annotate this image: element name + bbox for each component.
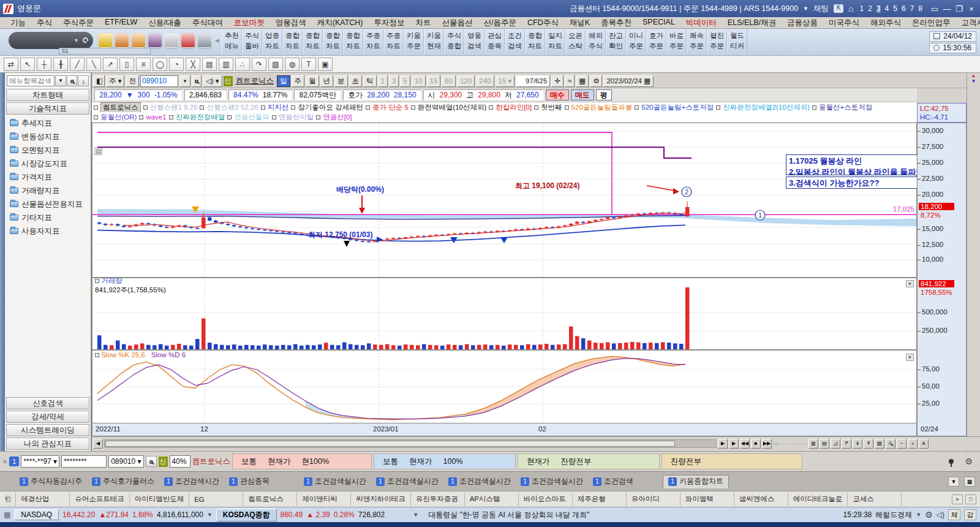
tab-주식호가플러스[interactable]: 1주식호가플러스 [87, 475, 159, 488]
period-button-년[interactable]: 년 [320, 75, 334, 87]
sidebar-item-모멘텀지표[interactable]: 모멘텀지표 [5, 143, 91, 157]
menu-search-input[interactable] [7, 75, 55, 86]
screen-number-5[interactable]: 5 [893, 4, 897, 13]
tab-관심종목[interactable]: 1관심종목 [224, 475, 274, 488]
screen-number-1[interactable]: 1 [860, 4, 864, 13]
minute-button-15[interactable]: 15 [427, 75, 441, 87]
save-icon[interactable]: ▦ [576, 75, 589, 87]
draw-tool-icon[interactable]: ▯ [119, 58, 134, 71]
auto-icon[interactable]: A [919, 439, 929, 449]
monitor-icon[interactable]: ▭ [929, 4, 941, 13]
trend-icon[interactable]: ◿ [831, 439, 840, 449]
indicator-label[interactable]: 520골든눌림+스토저점 [641, 103, 714, 112]
sidebar-item-변동성지표[interactable]: 변동성지표 [5, 130, 91, 143]
che-button[interactable]: 체 [948, 509, 960, 520]
indicator-checkbox[interactable] [366, 105, 370, 110]
draw-tool-icon[interactable]: T [301, 58, 316, 71]
indicator-label[interactable]: 웅월선+스토저점 [819, 103, 872, 112]
toolbar-button[interactable]: 펼친 주문 [707, 29, 727, 54]
period-day-button[interactable]: 일 [277, 75, 290, 87]
watchlist-item-에이디테크놀로[interactable]: 에이디테크놀로 [788, 493, 848, 506]
menu-item[interactable]: 영웅검색 [270, 18, 312, 28]
period-button-주[interactable]: 주 [292, 75, 305, 87]
minute-combo[interactable]: 15 ▾ [496, 75, 515, 87]
copy-icon[interactable]: ⎗ [5, 495, 10, 503]
toolbar-icon-1[interactable] [115, 33, 129, 48]
chart-fullscreen-icon[interactable]: ◧ [93, 75, 105, 87]
code-search-icon[interactable] [192, 75, 202, 87]
sidebar-footer-나의 관심지표[interactable]: 나의 관심지표 [6, 438, 89, 450]
price-axis[interactable]: 30,00027,50025,00022,50020,00015,00012,5… [917, 123, 967, 436]
panel-close-icon[interactable]: × [906, 280, 914, 287]
period-button-초[interactable]: 초 [349, 75, 363, 87]
sidebar-header[interactable]: 차트형태 [6, 89, 89, 101]
toolbar-button[interactable]: 종합 차트 [303, 29, 323, 54]
chat-label[interactable]: 채팅 [813, 4, 829, 14]
order-panel-cancel[interactable]: 잔량전부 [662, 453, 802, 469]
indicator-label[interactable]: 첫번째 [541, 103, 562, 112]
toolbar-icon-6[interactable] [197, 33, 212, 48]
zoom-in-icon[interactable]: ＋ [908, 439, 918, 449]
indicator-label[interactable]: 선행스팬1 9,26 [150, 103, 198, 112]
indicator-label[interactable]: wave1 [146, 113, 166, 121]
indicator-label[interactable]: 연음선[0] [323, 113, 352, 122]
toolbar-icon-0[interactable] [98, 33, 113, 48]
indicator-checkbox[interactable] [94, 105, 98, 110]
watchlist-item-유진투자증권[interactable]: 유진투자증권 [411, 493, 465, 506]
draw-tool-icon[interactable]: ┼ [37, 58, 51, 71]
draw-tool-icon[interactable]: ╂ [53, 58, 68, 71]
compare-icon[interactable]: ≈ [565, 75, 575, 87]
menu-item[interactable]: ETF/ELW [99, 18, 143, 28]
sidebar-item-선물옵션전용지표[interactable]: 선물옵션전용지표 [5, 197, 91, 211]
search-dropdown-icon[interactable]: ▼ [55, 75, 66, 86]
toolbar-tab-s1[interactable]: S1 [59, 48, 151, 55]
tabs-list-icon[interactable]: ▦ [964, 477, 975, 487]
menu-item[interactable]: 온라인업무 [907, 18, 956, 28]
indicator-label[interactable]: 연음선돌파 [234, 113, 270, 122]
layout1-icon[interactable]: ▥ [809, 439, 818, 449]
toolbar-button[interactable]: 주종 차트 [363, 29, 383, 54]
settings-gear-icon[interactable]: ⚙ [590, 75, 602, 87]
menu-item[interactable]: 주식대여 [187, 18, 228, 28]
status-handle-icon[interactable]: ▦ [4, 510, 10, 519]
panel-handle-icon[interactable]: ▤ [94, 148, 102, 155]
toolbar-button[interactable]: 일지 차트 [545, 29, 565, 54]
watchlist-item-AP시스템[interactable]: AP시스템 [465, 493, 519, 506]
maximize-icon[interactable]: ❐ [953, 4, 965, 13]
tabs-scroll-icon[interactable]: ▼ [948, 477, 959, 487]
play-icon[interactable]: ▶ [729, 439, 739, 449]
news-source[interactable]: 헤럴드경제 [875, 510, 912, 520]
toolbar-icon-3[interactable] [148, 33, 162, 48]
indicator-checkbox[interactable] [261, 105, 265, 110]
draw-tool-icon[interactable]: ◔ [169, 58, 184, 71]
indicator-checkbox[interactable] [291, 105, 295, 110]
indicator-label[interactable]: 520골든눌림돌파봉 [571, 103, 633, 112]
capture-icon[interactable]: ▧ [875, 439, 884, 449]
news-dropdown-icon[interactable]: ▼ [413, 512, 418, 518]
toolbar-button[interactable]: 호가 주문 [646, 29, 666, 54]
menu-item[interactable]: 기능 [5, 18, 31, 28]
indicator-checkbox[interactable] [411, 105, 415, 110]
watchlist-next-icon[interactable]: > [952, 495, 963, 504]
menu-item[interactable]: CFD주식 [522, 18, 564, 28]
menu-item[interactable]: 선물옵션 [437, 18, 478, 28]
minute-button-240[interactable]: 240 [476, 75, 494, 87]
draw-tool-icon[interactable]: ╳ [186, 58, 200, 71]
search-icon[interactable] [67, 75, 78, 86]
period-button-틱[interactable]: 틱 [363, 75, 377, 87]
watchlist-item-제주은행[interactable]: 제주은행 [573, 493, 627, 506]
indicator-label[interactable]: 한칼라인[0] [496, 103, 532, 112]
menu-item[interactable]: 고객서비스 [956, 18, 980, 28]
gear-icon[interactable]: ⚙ [965, 457, 973, 466]
toolbar-button[interactable]: 종합 차트 [343, 29, 363, 54]
draw-tool-icon[interactable]: ↷ [252, 58, 266, 71]
watchlist-item-코세스[interactable]: 코세스 [848, 493, 902, 506]
pin-icon[interactable] [949, 459, 954, 464]
password-field[interactable]: ******** [61, 455, 107, 468]
order-code-search-icon[interactable] [146, 456, 157, 467]
toolbar-button[interactable]: 월드 티커 [727, 29, 747, 54]
indicator-checkbox[interactable] [316, 115, 320, 119]
phone-dropdown-icon[interactable]: ▼ [803, 6, 809, 12]
tab-조건검색실시간[interactable]: 1조건검색실시간 [516, 475, 588, 488]
screen-number-7[interactable]: 7 [910, 4, 914, 13]
